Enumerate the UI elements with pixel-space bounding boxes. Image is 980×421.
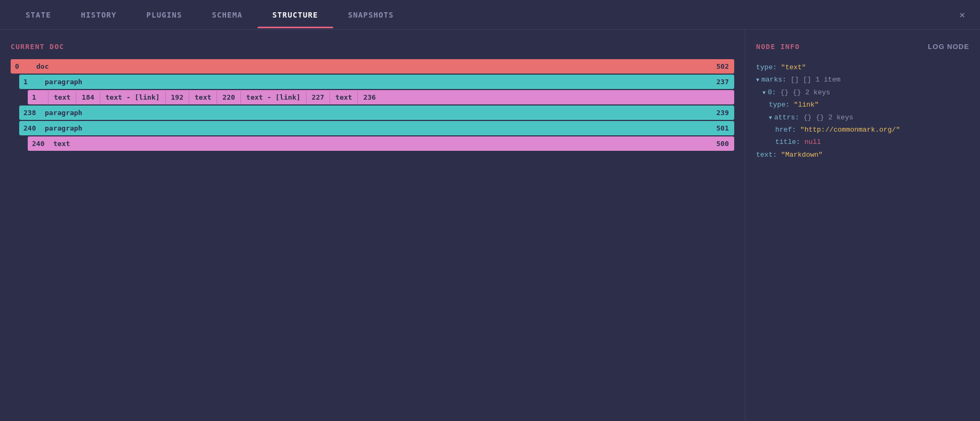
tab-snapshots[interactable]: SNAPSHOTS (333, 2, 409, 28)
left-panel: CURRENT DOC 0 doc 502 1 paragraph 237 1 … (0, 30, 745, 421)
inline-num-192: 192 (167, 90, 188, 104)
paragraph-3-label: paragraph (41, 121, 709, 135)
tab-state[interactable]: STATE (11, 2, 66, 28)
paragraph-3-row[interactable]: 240 paragraph 501 (19, 121, 734, 135)
item0-expand-icon[interactable]: ▼ (762, 88, 766, 98)
right-header: NODE INFO LOG NODE (756, 43, 969, 51)
node-info-content: type: "text" ▼ marks: [] [] 1 item ▼ 0: … (756, 61, 969, 161)
info-title-key: title: (775, 136, 800, 148)
info-title-val: null (805, 136, 821, 148)
info-item0-key: 0: (768, 86, 776, 99)
info-type-key: type: (756, 61, 777, 74)
node-info-title: NODE INFO (756, 43, 800, 51)
close-button[interactable]: × (955, 7, 969, 22)
paragraph-2-label: paragraph (41, 106, 709, 120)
paragraph-3-end: 501 (709, 121, 734, 135)
doc-tree: 0 doc 502 1 paragraph 237 1 text 184 tex… (11, 59, 734, 151)
text-row[interactable]: 240 text 500 (28, 136, 734, 151)
inline-label-text-link-2: text - [link] (242, 90, 305, 104)
doc-row-end: 502 (709, 59, 734, 74)
paragraph-1-end: 237 (709, 75, 734, 89)
info-href-key: href: (775, 124, 796, 136)
text-row-label: text (49, 136, 709, 151)
inline-label-text-2: text (190, 90, 215, 104)
inline-text-row[interactable]: 1 text 184 text - [link] 192 text 220 te… (28, 90, 734, 104)
nav-tabs: STATE HISTORY PLUGINS SCHEMA STRUCTURE S… (11, 2, 955, 28)
info-attrs-meta: {} 2 keys (816, 111, 853, 124)
paragraph-1-row[interactable]: 1 paragraph 237 (19, 75, 734, 89)
doc-row[interactable]: 0 doc 502 (11, 59, 734, 74)
info-href-val: "http://commonmark.org/" (800, 124, 900, 136)
main-content: CURRENT DOC 0 doc 502 1 paragraph 237 1 … (0, 30, 980, 421)
inline-num-1: 1 (28, 90, 47, 104)
info-type-line: type: "text" (756, 61, 969, 74)
top-nav: STATE HISTORY PLUGINS SCHEMA STRUCTURE S… (0, 0, 980, 30)
current-doc-title: CURRENT DOC (11, 43, 734, 51)
info-type2-val: "link" (794, 99, 819, 111)
paragraph-3-num: 240 (19, 121, 41, 135)
info-type2-key: type: (769, 99, 790, 111)
info-marks-bracket: [] (791, 74, 799, 86)
info-item0-line: ▼ 0: {} {} 2 keys (756, 86, 969, 99)
paragraph-2-row[interactable]: 238 paragraph 239 (19, 106, 734, 120)
info-text-val: "Markdown" (781, 149, 823, 161)
text-row-num: 240 (28, 136, 49, 151)
info-text-line: text: "Markdown" (756, 149, 969, 161)
info-title-line: title: null (756, 136, 969, 148)
inline-end-184: 184 (77, 90, 98, 104)
doc-row-num: 0 (11, 59, 32, 74)
inline-label-text-1: text (50, 90, 75, 104)
inline-num-227: 227 (308, 90, 328, 104)
tab-schema[interactable]: SCHEMA (197, 2, 257, 28)
info-type2-line: type: "link" (756, 99, 969, 111)
info-marks-meta: [] 1 item (803, 74, 840, 86)
inline-label-text-link-1: text - [link] (101, 90, 164, 104)
doc-row-label: doc (32, 59, 709, 74)
info-href-line: href: "http://commonmark.org/" (756, 124, 969, 136)
inline-num-220: 220 (218, 90, 239, 104)
info-item0-bracket: {} (780, 86, 789, 99)
info-attrs-bracket: {} (804, 111, 812, 124)
right-panel: NODE INFO LOG NODE type: "text" ▼ marks:… (745, 30, 980, 421)
info-text-key: text: (756, 149, 777, 161)
info-marks-key: marks: (761, 74, 786, 86)
info-item0-meta: {} 2 keys (793, 86, 830, 99)
paragraph-2-num: 238 (19, 106, 41, 120)
info-marks-line: ▼ marks: [] [] 1 item (756, 74, 969, 86)
log-node-button[interactable]: LOG NODE (928, 43, 969, 51)
inline-label-text-3: text (331, 90, 356, 104)
info-attrs-line: ▼ attrs: {} {} 2 keys (756, 111, 969, 124)
inline-end-236: 236 (359, 90, 380, 104)
tab-history[interactable]: HISTORY (66, 2, 132, 28)
tab-plugins[interactable]: PLUGINS (132, 2, 197, 28)
marks-expand-icon[interactable]: ▼ (756, 76, 759, 85)
info-type-val: "text" (781, 61, 806, 74)
paragraph-2-end: 239 (709, 106, 734, 120)
info-attrs-key: attrs: (774, 111, 799, 124)
tab-structure[interactable]: STRUCTURE (258, 2, 333, 28)
paragraph-1-num: 1 (19, 75, 41, 89)
attrs-expand-icon[interactable]: ▼ (769, 114, 772, 123)
paragraph-1-label: paragraph (41, 75, 709, 89)
text-row-end: 500 (709, 136, 734, 151)
